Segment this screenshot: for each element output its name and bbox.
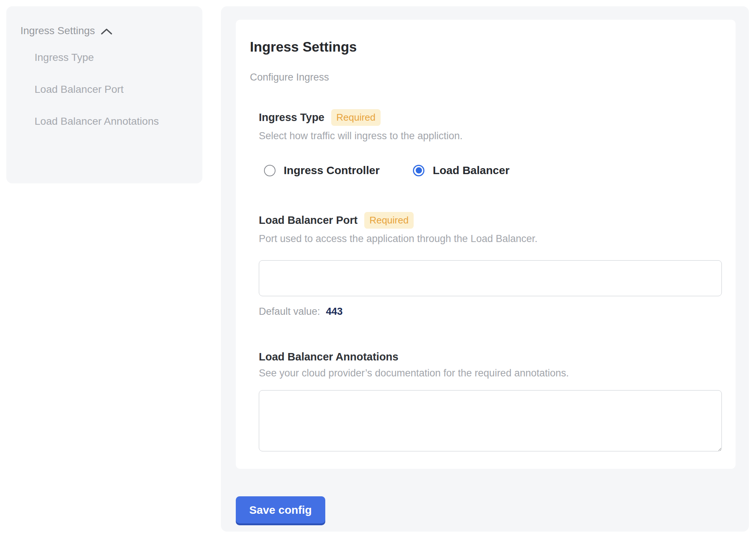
radio-label-load-balancer: Load Balancer: [433, 164, 509, 177]
ingress-type-label: Ingress Type: [259, 111, 325, 124]
default-value-number: 443: [326, 306, 343, 317]
load-balancer-port-label: Load Balancer Port: [259, 214, 358, 226]
ingress-type-radio-group: Ingress Controller Load Balancer: [264, 164, 721, 177]
load-balancer-port-description: Port used to access the application thro…: [259, 233, 721, 245]
main-panel: Ingress Settings Configure Ingress Ingre…: [221, 6, 749, 532]
page: Ingress Settings Ingress Type Load Balan…: [0, 0, 756, 539]
radio-selected-icon[interactable]: [413, 165, 424, 176]
sidebar-group-label: Ingress Settings: [20, 25, 95, 37]
load-balancer-annotations-textarea[interactable]: [259, 390, 722, 451]
sidebar-group-ingress-settings[interactable]: Ingress Settings: [20, 25, 192, 37]
section-load-balancer-annotations: Load Balancer Annotations See your cloud…: [259, 351, 721, 451]
sidebar-item-ingress-type[interactable]: Ingress Type: [35, 46, 183, 69]
ingress-settings-card: Ingress Settings Configure Ingress Ingre…: [236, 20, 736, 469]
radio-option-ingress-controller[interactable]: Ingress Controller: [264, 164, 379, 177]
save-config-button[interactable]: Save config: [236, 496, 325, 523]
chevron-up-icon: [101, 28, 112, 35]
ingress-type-label-row: Ingress Type Required: [259, 109, 721, 126]
required-badge: Required: [331, 109, 381, 126]
default-value-label: Default value:: [259, 306, 320, 317]
load-balancer-port-label-row: Load Balancer Port Required: [259, 212, 721, 229]
sidebar-item-list: Ingress Type Load Balancer Port Load Bal…: [35, 46, 192, 133]
sidebar-item-load-balancer-port[interactable]: Load Balancer Port: [35, 78, 183, 101]
required-badge: Required: [364, 212, 414, 229]
default-value-row: Default value: 443: [259, 306, 721, 317]
page-title: Ingress Settings: [250, 39, 721, 55]
load-balancer-annotations-description: See your cloud provider’s documentation …: [259, 368, 721, 379]
sidebar-item-load-balancer-annotations[interactable]: Load Balancer Annotations: [35, 110, 183, 133]
load-balancer-port-input[interactable]: [259, 260, 722, 296]
load-balancer-annotations-label: Load Balancer Annotations: [259, 351, 398, 363]
section-load-balancer-port: Load Balancer Port Required Port used to…: [259, 212, 721, 317]
radio-label-ingress-controller: Ingress Controller: [284, 164, 379, 177]
section-ingress-type: Ingress Type Required Select how traffic…: [259, 109, 721, 177]
load-balancer-annotations-label-row: Load Balancer Annotations: [259, 351, 721, 363]
radio-unselected-icon[interactable]: [264, 165, 276, 176]
page-subtitle: Configure Ingress: [250, 72, 721, 83]
radio-option-load-balancer[interactable]: Load Balancer: [413, 164, 509, 177]
settings-nav-sidebar: Ingress Settings Ingress Type Load Balan…: [6, 6, 202, 183]
ingress-type-description: Select how traffic will ingress to the a…: [259, 130, 721, 142]
